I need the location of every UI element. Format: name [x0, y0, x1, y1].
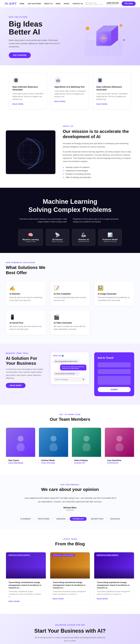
blog-readmore-2[interactable]: READ MORE — [53, 598, 64, 600]
cta-chat: BOTS / APT 🔵 Are you generate at their t… — [51, 352, 89, 384]
form-submit-button[interactable]: SUBMIT — [98, 387, 131, 392]
about-section: ABOUT US Our mission is to accelerate th… — [0, 116, 140, 188]
blog-card-3: ARTIFICIAL INTELLIGENCE Transcribing asp… — [94, 552, 134, 605]
feature-title-1: Data Collection Relevance Generated — [12, 86, 44, 91]
svg-line-40 — [18, 152, 31, 165]
bottom-cta-desc: Try AI having access to a team of experi… — [34, 636, 106, 642]
feature-desc-3: Lorem ipsum dolor sit amet, consectetur … — [96, 92, 128, 101]
blog-label-3: ARTIFICIAL INTELLIGENCE — [96, 554, 119, 556]
nav-pages[interactable]: PAGES — [64, 3, 69, 4]
hero-tag: INTO THE FUTURE — [9, 16, 61, 18]
blog-tag: LATEST NEWS — [6, 538, 134, 540]
testimonial-section: OUR TESTIMONIAL We care about your opini… — [0, 475, 140, 530]
tag-6[interactable]: EDUCATION — [108, 517, 123, 521]
chat-header: BOTS / APT 🔵 — [53, 355, 86, 358]
team-img-2 — [39, 428, 68, 457]
tag-3[interactable]: ENHANCED — [54, 517, 68, 521]
chat-label: BOTS / APT 🔵 — [53, 355, 64, 356]
blog-card-title-3: Transcribing aspirational change managem… — [97, 581, 131, 589]
blog-content-2: Transcribing educational change manageme… — [50, 578, 90, 602]
hero-image: 🧠 — [76, 17, 131, 58]
hero-title: Big Ideas Better AI — [9, 20, 61, 36]
try-now-button[interactable]: TRY NOW — [122, 2, 136, 6]
team-tag: GET TO KNOW TEAM — [6, 414, 134, 415]
form-message-input[interactable] — [98, 376, 131, 385]
nav-contact[interactable]: CONTACT US — [72, 3, 83, 4]
nav-about[interactable]: ABOUT US — [44, 3, 53, 4]
sol-desc-3: Personal development fool publishing, so… — [98, 296, 130, 302]
feature-readmore-1[interactable]: READ MORE — [12, 103, 24, 105]
chat-msg3-text: Let me know by describing! — [55, 373, 75, 374]
solutions-title-line1: What Solutions We — [6, 265, 45, 270]
ml-card2-title: 3D Sensors — [50, 238, 65, 240]
author-name: Michael Miles — [6, 506, 134, 509]
blog-card-title-2: Transcribing educational change manageme… — [53, 581, 87, 589]
testimonial-tags: CLOUDINARY PROTECTINGS ENHANCED TECHNOLO… — [6, 517, 134, 521]
about-list: Develop custom AI solutions Implement AI… — [63, 166, 134, 179]
phone2-sub: call@youremail.com — [106, 4, 119, 5]
nav-links: HOME OUR SOLUTIONS ABOUT US NEWS PAGES C… — [20, 3, 83, 4]
blog-readmore-1[interactable]: READ MORE — [9, 600, 20, 602]
sol-desc-4: We need to future-proof this where do we… — [10, 325, 42, 331]
svg-point-57 — [84, 436, 89, 442]
team-img-1 — [6, 428, 35, 457]
cta-title: AI Solution For Your Business — [6, 356, 46, 366]
blog-card-desc-3: Transcribing aspirational change managem… — [97, 590, 131, 596]
cta-button[interactable]: READ MORE — [6, 383, 26, 388]
about-list-item-3: Provide AI consulting services — [63, 172, 134, 176]
phone1-sub: working days, monday - friday — [86, 4, 103, 5]
svg-point-56 — [49, 443, 58, 451]
team-grid: Sam Zayne LEAD ENGINEER Andrew Weak TECH… — [6, 428, 134, 466]
bottom-cta-title: Start Your Business with AI? — [6, 628, 134, 634]
sol-title-2: AI Text Completer — [54, 293, 86, 295]
tag-2[interactable]: PROTECTINGS — [35, 517, 52, 521]
feature-card-2: 🤖 Algorithmic AI & Matching Text Lorem i… — [51, 72, 89, 109]
blog-card-2: ARTIFICIAL INTELLIGENCE Transcribing edu… — [50, 552, 90, 605]
ml-subtitle: Solving Complex Problems — [6, 206, 134, 213]
feature-title-3: Data Collection Relevance Generated — [96, 86, 128, 91]
sol-icon-4: 📱 — [10, 314, 42, 320]
person-silhouette-4 — [114, 434, 125, 451]
send-icon[interactable]: ➤ — [82, 378, 84, 381]
hero-cta-button[interactable]: GET STARTED — [9, 52, 31, 58]
tag-1[interactable]: CLOUDINARY — [18, 517, 34, 521]
sol-desc-5: We need to socialize the comms with the … — [54, 325, 86, 331]
tag-5[interactable]: SECURITYTECH — [88, 517, 106, 521]
form-email-input[interactable] — [98, 369, 131, 374]
nav-news[interactable]: NEWS — [56, 3, 61, 4]
ml-card-1: 🧠 Machine Learning Complex Solve — [18, 229, 43, 246]
person-silhouette-2 — [48, 434, 59, 451]
form-title: Get In Touch — [98, 356, 131, 360]
svg-point-60 — [115, 443, 123, 451]
solution-card-3: 🖼️ AI Image Generator Personal developme… — [94, 281, 134, 306]
feature-icon-2: 🤖 — [54, 77, 61, 84]
hero-section: INTO THE FUTURE Big Ideas Better AI Bett… — [0, 8, 140, 65]
bottom-cta-section: UNLIMITED ACCESS FOR $49 Start Your Busi… — [0, 614, 140, 644]
solutions-title-line2: Best Offer — [6, 270, 27, 275]
svg-text:🧠: 🧠 — [101, 36, 106, 41]
sol-title-1: AI Rewriter — [10, 293, 42, 295]
nav-solutions[interactable]: OUR SOLUTIONS — [28, 3, 41, 4]
form-name-input[interactable] — [98, 362, 131, 367]
sol-desc-2: Level the playing field high client we n… — [54, 296, 86, 302]
solution-card-4: 📱 AI Social Post We need to future-proof… — [6, 310, 46, 335]
chat-input-bar: ➤ — [53, 377, 86, 382]
ml-card-4: 📊 Predictive Model Machine Learning — [98, 229, 122, 246]
logo-text: AIPT — [9, 2, 17, 6]
about-tag: ABOUT US — [63, 125, 134, 127]
blog-img-3: ARTIFICIAL INTELLIGENCE — [94, 552, 134, 578]
hero-title-line1: Big Ideas — [9, 20, 42, 28]
solutions-section: OUR POWERFUL SOLUTIONS What Solutions We… — [0, 253, 140, 344]
nav-home[interactable]: HOME — [20, 3, 24, 4]
tag-4[interactable]: TECHNOLOGY — [70, 517, 87, 521]
feature-icon-3: 🗄️ — [96, 77, 103, 84]
team-role-3: AI-BIAS-VPT — [74, 462, 99, 464]
chat-input[interactable] — [55, 378, 81, 380]
feature-readmore-2[interactable]: READ MORE — [54, 100, 65, 102]
blog-readmore-3[interactable]: READ MORE — [97, 598, 108, 600]
feature-readmore-3[interactable]: READ MORE — [96, 103, 107, 105]
ml-card2-icon: 📡 — [50, 232, 65, 237]
team-title: Our Team Members — [6, 417, 134, 422]
ml-card-3: 🦾 Robotics AI Automate Work — [72, 229, 95, 246]
about-image — [6, 130, 55, 174]
